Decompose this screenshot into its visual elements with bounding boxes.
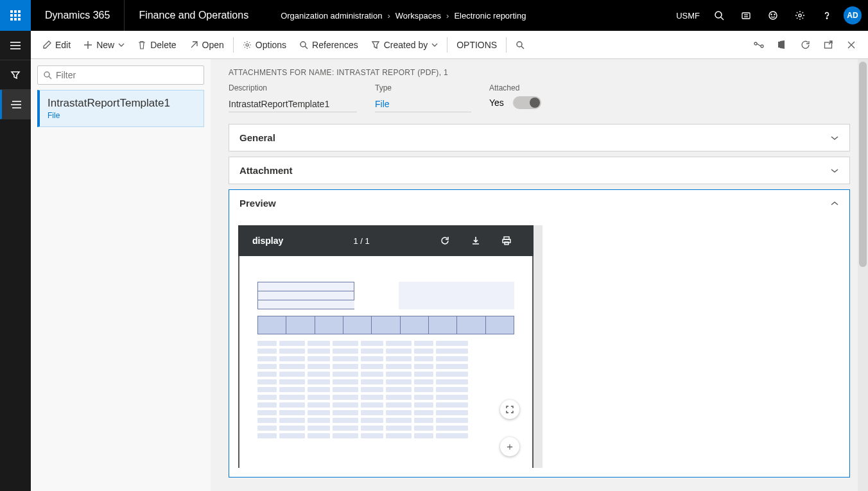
top-nav: Dynamics 365 Finance and Operations Orga…: [0, 0, 868, 31]
svg-rect-23: [825, 42, 832, 48]
svg-rect-30: [505, 242, 508, 245]
gear-icon[interactable]: [787, 0, 813, 31]
breadcrumb: Organization administration › Workspaces…: [263, 11, 671, 21]
search-icon[interactable]: [706, 0, 732, 31]
general-fasttab: General: [229, 124, 850, 151]
filter-input[interactable]: [56, 70, 198, 80]
svg-point-0: [715, 12, 722, 18]
avatar[interactable]: AD: [844, 6, 862, 24]
pdf-mock-table: [257, 282, 354, 309]
popout-button[interactable]: [817, 31, 840, 59]
nav-right: USMF AD: [671, 0, 868, 31]
pdf-scrollbar[interactable]: [534, 225, 542, 468]
svg-point-9: [826, 18, 827, 19]
fit-page-button[interactable]: [500, 400, 519, 419]
preview-fasttab-header[interactable]: Preview: [229, 190, 849, 216]
chevron-right-icon: ›: [387, 11, 390, 21]
nav-hamburger-button[interactable]: [0, 31, 31, 60]
filter-pane-button[interactable]: [0, 60, 31, 90]
scrollbar-thumb[interactable]: [859, 62, 867, 267]
related-info-button[interactable]: [0, 90, 31, 119]
attach-button[interactable]: [747, 31, 770, 59]
separator: [506, 37, 507, 53]
preview-fasttab-title: Preview: [239, 198, 276, 209]
type-label: Type: [375, 83, 471, 92]
options-group-label: OPTIONS: [456, 40, 497, 50]
breadcrumb-item[interactable]: Workspaces: [395, 11, 441, 21]
command-bar: Edit New Delete Open Options References …: [31, 31, 868, 59]
search-icon: [43, 71, 52, 80]
options-group-button[interactable]: OPTIONS: [450, 31, 503, 59]
svg-line-27: [49, 76, 51, 79]
print-icon[interactable]: [501, 236, 519, 246]
zoom-in-button[interactable]: ＋: [500, 437, 519, 456]
rotate-icon[interactable]: [440, 236, 458, 246]
created-by-button[interactable]: Created by: [365, 31, 444, 59]
attachment-fasttab-header[interactable]: Attachment: [229, 157, 849, 184]
general-fasttab-header[interactable]: General: [229, 125, 849, 151]
waffle-icon: [10, 10, 21, 21]
open-label: Open: [202, 40, 224, 50]
chevron-down-icon: [118, 43, 125, 47]
task-recorder-icon[interactable]: [733, 0, 759, 31]
type-field: Type File: [375, 83, 471, 112]
svg-point-21: [517, 42, 522, 47]
delete-button[interactable]: Delete: [131, 31, 182, 59]
breadcrumb-item[interactable]: Organization administration: [281, 11, 382, 21]
pdf-toolbar: display 1 / 1: [238, 225, 534, 256]
separator: [447, 37, 447, 53]
pdf-page: ＋: [239, 256, 532, 468]
list-item[interactable]: IntrastatReportTemplate1 File: [37, 90, 204, 127]
preview-body: display 1 / 1: [229, 216, 849, 477]
svg-line-22: [521, 46, 524, 49]
description-value[interactable]: IntrastatReportTemplate1: [229, 96, 357, 112]
refresh-button[interactable]: [794, 31, 817, 59]
separator: [233, 37, 234, 53]
open-button[interactable]: Open: [183, 31, 230, 59]
svg-point-18: [246, 44, 248, 46]
filter-input-wrap[interactable]: [37, 65, 204, 85]
general-fasttab-title: General: [239, 132, 275, 143]
svg-rect-2: [742, 13, 750, 19]
left-rail: [0, 31, 31, 491]
attached-value: Yes: [489, 98, 504, 108]
pdf-title: display: [252, 236, 283, 246]
office-button[interactable]: [770, 31, 794, 59]
options-label: Options: [256, 40, 286, 50]
svg-point-26: [44, 72, 49, 77]
find-button[interactable]: [509, 31, 531, 59]
pdf-page-indicator: 1 / 1: [296, 236, 427, 246]
main-scrollbar[interactable]: [858, 59, 868, 491]
chevron-down-icon: [431, 43, 438, 47]
chevron-down-icon: [830, 135, 839, 141]
chevron-down-icon: [830, 201, 839, 206]
createdby-label: Created by: [384, 40, 428, 50]
chevron-right-icon: ›: [446, 11, 449, 21]
pdf-mock-table: [399, 282, 514, 309]
attached-label: Attached: [489, 83, 541, 92]
options-button[interactable]: Options: [236, 31, 293, 59]
svg-point-8: [799, 14, 801, 17]
edit-label: Edit: [55, 40, 71, 50]
app-launcher-button[interactable]: [0, 0, 31, 31]
references-label: References: [312, 40, 358, 50]
feedback-icon[interactable]: [760, 0, 786, 31]
legal-entity[interactable]: USMF: [671, 11, 705, 21]
module-label: Finance and Operations: [125, 10, 263, 21]
svg-point-6: [771, 14, 772, 15]
pdf-viewer: display 1 / 1: [238, 225, 534, 468]
edit-button[interactable]: Edit: [36, 31, 77, 59]
breadcrumb-item[interactable]: Electronic reporting: [454, 11, 526, 21]
attached-toggle[interactable]: [513, 96, 541, 109]
new-button[interactable]: New: [77, 31, 131, 59]
attachment-fasttab: Attachment: [229, 157, 850, 184]
list-item-sub: File: [48, 111, 196, 120]
close-button[interactable]: [840, 31, 863, 59]
description-field: Description IntrastatReportTemplate1: [229, 83, 357, 112]
help-icon[interactable]: [814, 0, 840, 31]
references-button[interactable]: References: [293, 31, 365, 59]
type-value[interactable]: File: [375, 96, 471, 112]
pdf-mock-rows: [257, 341, 514, 438]
download-icon[interactable]: [471, 236, 489, 246]
preview-fasttab: Preview display 1 / 1: [229, 189, 850, 478]
